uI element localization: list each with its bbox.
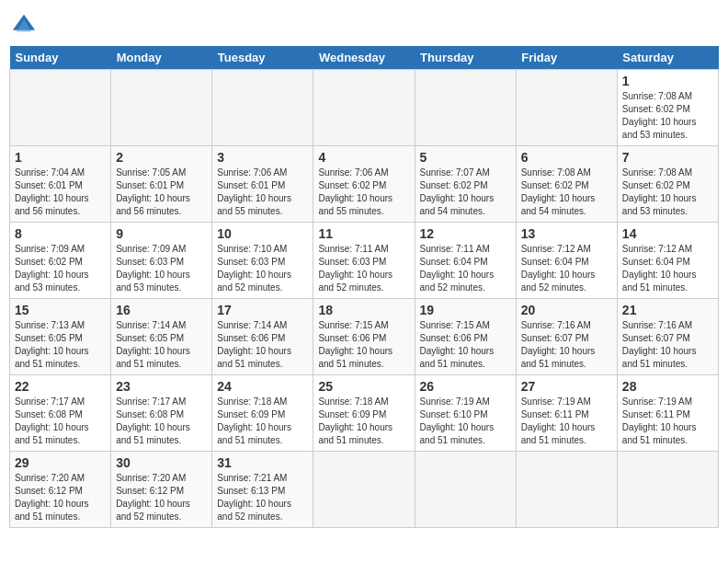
calendar-cell: 6Sunrise: 7:08 AMSunset: 6:02 PMDaylight… — [516, 146, 617, 223]
day-number: 27 — [521, 379, 612, 394]
day-info: Sunrise: 7:13 AMSunset: 6:05 PMDaylight:… — [15, 319, 106, 371]
calendar-cell: 20Sunrise: 7:16 AMSunset: 6:07 PMDayligh… — [516, 299, 617, 375]
calendar-cell — [313, 452, 415, 528]
day-number: 30 — [116, 455, 207, 470]
day-info: Sunrise: 7:09 AMSunset: 6:02 PMDaylight:… — [15, 243, 106, 294]
header-sunday: Sunday — [10, 46, 111, 70]
day-number: 18 — [318, 303, 409, 317]
day-info: Sunrise: 7:09 AMSunset: 6:03 PMDaylight:… — [116, 243, 207, 294]
day-info: Sunrise: 7:12 AMSunset: 6:04 PMDaylight:… — [521, 243, 612, 294]
calendar-cell: 9Sunrise: 7:09 AMSunset: 6:03 PMDaylight… — [111, 223, 212, 299]
day-info: Sunrise: 7:21 AMSunset: 6:13 PMDaylight:… — [217, 472, 308, 523]
day-number: 26 — [420, 379, 511, 394]
day-number: 12 — [420, 226, 511, 241]
day-info: Sunrise: 7:19 AMSunset: 6:11 PMDaylight:… — [521, 396, 612, 447]
calendar-cell — [617, 452, 718, 528]
calendar-cell: 1Sunrise: 7:04 AMSunset: 6:01 PMDaylight… — [10, 146, 111, 223]
calendar-cell: 8Sunrise: 7:09 AMSunset: 6:02 PMDaylight… — [10, 223, 111, 299]
day-info: Sunrise: 7:05 AMSunset: 6:01 PMDaylight:… — [116, 167, 207, 218]
day-number: 19 — [420, 303, 511, 317]
day-info: Sunrise: 7:20 AMSunset: 6:12 PMDaylight:… — [15, 472, 106, 523]
day-number: 16 — [116, 303, 207, 317]
day-info: Sunrise: 7:18 AMSunset: 6:09 PMDaylight:… — [318, 396, 409, 447]
calendar-cell: 4Sunrise: 7:06 AMSunset: 6:02 PMDaylight… — [313, 146, 415, 223]
day-info: Sunrise: 7:15 AMSunset: 6:06 PMDaylight:… — [318, 319, 409, 371]
day-info: Sunrise: 7:11 AMSunset: 6:03 PMDaylight:… — [318, 243, 409, 294]
day-info: Sunrise: 7:19 AMSunset: 6:10 PMDaylight:… — [420, 396, 511, 447]
day-number: 8 — [15, 226, 106, 241]
day-info: Sunrise: 7:08 AMSunset: 6:02 PMDaylight:… — [622, 90, 713, 142]
calendar-cell — [111, 70, 212, 146]
day-info: Sunrise: 7:06 AMSunset: 6:02 PMDaylight:… — [318, 167, 409, 218]
calendar-cell: 12Sunrise: 7:11 AMSunset: 6:04 PMDayligh… — [415, 223, 516, 299]
day-number: 13 — [521, 226, 612, 241]
day-number: 28 — [622, 379, 713, 394]
calendar-table: SundayMondayTuesdayWednesdayThursdayFrid… — [9, 46, 719, 528]
calendar-cell: 3Sunrise: 7:06 AMSunset: 6:01 PMDaylight… — [212, 146, 313, 223]
calendar-cell: 2Sunrise: 7:05 AMSunset: 6:01 PMDaylight… — [111, 146, 212, 223]
calendar-row: 29Sunrise: 7:20 AMSunset: 6:12 PMDayligh… — [10, 452, 719, 528]
day-info: Sunrise: 7:17 AMSunset: 6:08 PMDaylight:… — [15, 396, 106, 447]
day-number: 22 — [15, 379, 106, 394]
day-number: 11 — [318, 226, 409, 241]
calendar-cell — [313, 70, 415, 146]
calendar-cell: 29Sunrise: 7:20 AMSunset: 6:12 PMDayligh… — [10, 452, 111, 528]
day-info: Sunrise: 7:10 AMSunset: 6:03 PMDaylight:… — [217, 243, 308, 294]
calendar-cell: 23Sunrise: 7:17 AMSunset: 6:08 PMDayligh… — [111, 375, 212, 452]
day-number: 20 — [521, 303, 612, 317]
calendar-row: 1Sunrise: 7:08 AMSunset: 6:02 PMDaylight… — [10, 70, 719, 146]
header-friday: Friday — [516, 46, 617, 70]
calendar-cell — [415, 70, 516, 146]
day-number: 7 — [622, 150, 713, 165]
day-number: 6 — [521, 150, 612, 165]
day-number: 1 — [15, 150, 106, 165]
calendar-cell: 28Sunrise: 7:19 AMSunset: 6:11 PMDayligh… — [617, 375, 718, 452]
calendar-cell: 22Sunrise: 7:17 AMSunset: 6:08 PMDayligh… — [10, 375, 111, 452]
day-info: Sunrise: 7:19 AMSunset: 6:11 PMDaylight:… — [622, 396, 713, 447]
day-number: 25 — [318, 379, 409, 394]
calendar-cell: 7Sunrise: 7:08 AMSunset: 6:02 PMDaylight… — [617, 146, 718, 223]
day-info: Sunrise: 7:18 AMSunset: 6:09 PMDaylight:… — [217, 396, 308, 447]
calendar-cell: 14Sunrise: 7:12 AMSunset: 6:04 PMDayligh… — [617, 223, 718, 299]
calendar-cell: 19Sunrise: 7:15 AMSunset: 6:06 PMDayligh… — [415, 299, 516, 375]
calendar-cell: 17Sunrise: 7:14 AMSunset: 6:06 PMDayligh… — [212, 299, 313, 375]
day-number: 15 — [15, 303, 106, 317]
day-number: 21 — [622, 303, 713, 317]
day-number: 2 — [116, 150, 207, 165]
calendar-row: 22Sunrise: 7:17 AMSunset: 6:08 PMDayligh… — [10, 375, 719, 452]
day-number: 23 — [116, 379, 207, 394]
day-info: Sunrise: 7:14 AMSunset: 6:05 PMDaylight:… — [116, 319, 207, 371]
day-info: Sunrise: 7:14 AMSunset: 6:06 PMDaylight:… — [217, 319, 308, 371]
calendar-cell — [10, 70, 111, 146]
header-saturday: Saturday — [617, 46, 718, 70]
calendar-cell: 24Sunrise: 7:18 AMSunset: 6:09 PMDayligh… — [212, 375, 313, 452]
day-number: 3 — [217, 150, 308, 165]
calendar-row: 8Sunrise: 7:09 AMSunset: 6:02 PMDaylight… — [10, 223, 719, 299]
calendar-cell: 11Sunrise: 7:11 AMSunset: 6:03 PMDayligh… — [313, 223, 415, 299]
calendar-row: 1Sunrise: 7:04 AMSunset: 6:01 PMDaylight… — [10, 146, 719, 223]
calendar-header-row: SundayMondayTuesdayWednesdayThursdayFrid… — [10, 46, 719, 70]
day-info: Sunrise: 7:08 AMSunset: 6:02 PMDaylight:… — [622, 167, 713, 218]
calendar-cell — [516, 70, 617, 146]
calendar-cell: 16Sunrise: 7:14 AMSunset: 6:05 PMDayligh… — [111, 299, 212, 375]
day-number: 4 — [318, 150, 409, 165]
calendar-cell: 25Sunrise: 7:18 AMSunset: 6:09 PMDayligh… — [313, 375, 415, 452]
day-info: Sunrise: 7:06 AMSunset: 6:01 PMDaylight:… — [217, 167, 308, 218]
day-number: 9 — [116, 226, 207, 241]
header-monday: Monday — [111, 46, 212, 70]
day-info: Sunrise: 7:15 AMSunset: 6:06 PMDaylight:… — [420, 319, 511, 371]
day-info: Sunrise: 7:11 AMSunset: 6:04 PMDaylight:… — [420, 243, 511, 294]
day-number: 17 — [217, 303, 308, 317]
day-number: 10 — [217, 226, 308, 241]
day-info: Sunrise: 7:17 AMSunset: 6:08 PMDaylight:… — [116, 396, 207, 447]
day-info: Sunrise: 7:07 AMSunset: 6:02 PMDaylight:… — [420, 167, 511, 218]
header-wednesday: Wednesday — [313, 46, 415, 70]
calendar-cell: 13Sunrise: 7:12 AMSunset: 6:04 PMDayligh… — [516, 223, 617, 299]
calendar-cell: 5Sunrise: 7:07 AMSunset: 6:02 PMDaylight… — [415, 146, 516, 223]
calendar-row: 15Sunrise: 7:13 AMSunset: 6:05 PMDayligh… — [10, 299, 719, 375]
day-number: 5 — [420, 150, 511, 165]
day-number: 24 — [217, 379, 308, 394]
calendar-cell: 10Sunrise: 7:10 AMSunset: 6:03 PMDayligh… — [212, 223, 313, 299]
day-number: 14 — [622, 226, 713, 241]
day-number: 1 — [622, 74, 713, 88]
